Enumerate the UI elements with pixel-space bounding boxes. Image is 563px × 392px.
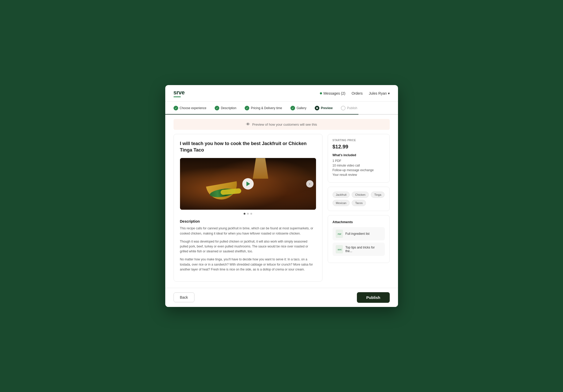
step-choose-experience[interactable]: ✓ Choose experience — [174, 106, 215, 110]
tag-tinga: Tinga — [371, 192, 385, 198]
description-para-1: This recipe calls for canned young jackf… — [180, 226, 316, 236]
included-item-1: 1 PDF — [333, 159, 385, 163]
taco-photo: › — [180, 158, 316, 210]
step-preview[interactable]: Preview — [315, 106, 341, 110]
step-publish[interactable]: Publish — [341, 106, 365, 110]
logo: srve — [174, 89, 185, 97]
steps-bar: ✓ Choose experience ✓ Description ✓ Pric… — [165, 102, 398, 115]
footer: Back Publish — [165, 288, 398, 307]
attachment-name-1: Full ingredient list — [346, 232, 370, 236]
image-dot-1[interactable] — [244, 213, 245, 215]
publish-button[interactable]: Publish — [357, 292, 389, 303]
price-row: $12.99 — [333, 144, 385, 150]
pdf-icon-2: DOC — [336, 245, 343, 253]
attachments-title: Attachments — [333, 220, 385, 224]
chevron-down-icon: ▾ — [388, 91, 390, 95]
svg-text:PDF: PDF — [338, 233, 342, 235]
price-amount: $12.99 — [333, 144, 348, 150]
preview-banner: 👁 Preview of how your customers will see… — [174, 119, 390, 130]
step-empty-icon — [341, 106, 346, 110]
description-para-2: Though it was developed for pulled chick… — [180, 239, 316, 254]
description-label: Description — [180, 219, 316, 223]
messages-link[interactable]: Messages (2) — [320, 91, 346, 95]
pdf-icon-1: PDF — [336, 230, 343, 238]
tag-mexican: Mexican — [333, 200, 350, 206]
image-dots — [180, 213, 316, 215]
starting-price-label: STARTING PRICE — [333, 139, 385, 142]
step-gallery[interactable]: ✓ Gallery — [290, 106, 315, 110]
tag-jackfruit: Jackfruit — [333, 192, 350, 198]
included-item-2: 10 minute video call — [333, 164, 385, 167]
step-check-icon: ✓ — [245, 106, 249, 110]
tags-card: Jackfruit Chicken Tinga Mexican Tacos — [328, 187, 390, 211]
step-check-icon: ✓ — [215, 106, 219, 110]
left-panel: I will teach you how to cook the best Ja… — [174, 134, 322, 282]
play-icon — [246, 182, 250, 186]
listing-image: › — [180, 158, 316, 210]
next-image-arrow[interactable]: › — [306, 180, 313, 187]
listing-title: I will teach you how to cook the best Ja… — [180, 140, 316, 153]
image-dot-3[interactable] — [250, 213, 252, 215]
header: srve Messages (2) Orders Jules Ryan ▾ — [165, 85, 398, 102]
main-content: I will teach you how to cook the best Ja… — [165, 134, 398, 288]
user-menu[interactable]: Jules Ryan ▾ — [369, 91, 389, 95]
attachment-2[interactable]: DOC Top tips and tricks for the... — [333, 243, 385, 256]
step-description[interactable]: ✓ Description — [215, 106, 245, 110]
included-item-4: Your result review — [333, 173, 385, 177]
whats-included-label: What's included — [333, 153, 385, 157]
description-para-3: No matter how you make tinga, you'll hav… — [180, 257, 316, 272]
play-button[interactable] — [242, 178, 254, 190]
tag-tacos: Tacos — [352, 200, 366, 206]
attachments-card: Attachments PDF Full ingredient list — [328, 215, 390, 263]
svg-text:DOC: DOC — [338, 249, 342, 251]
messages-dot — [320, 92, 322, 94]
attachment-1[interactable]: PDF Full ingredient list — [333, 227, 385, 240]
included-item-3: Follow-up message exchange — [333, 168, 385, 172]
pricing-card: STARTING PRICE $12.99 What's included 1 … — [328, 134, 390, 183]
step-active-icon — [315, 106, 319, 110]
right-panel: STARTING PRICE $12.99 What's included 1 … — [328, 134, 390, 282]
nav-links: Messages (2) Orders Jules Ryan ▾ — [320, 91, 390, 95]
eye-icon: 👁 — [246, 122, 250, 127]
step-pricing-delivery[interactable]: ✓ Pricing & Delivery time — [245, 106, 290, 110]
image-dot-2[interactable] — [247, 213, 249, 215]
back-button[interactable]: Back — [174, 292, 194, 302]
orders-link[interactable]: Orders — [351, 91, 363, 95]
step-check-icon: ✓ — [174, 106, 178, 110]
attachment-name-2: Top tips and tricks for the... — [346, 246, 382, 253]
tag-chicken: Chicken — [352, 192, 369, 198]
step-check-icon: ✓ — [290, 106, 295, 110]
tags-container: Jackfruit Chicken Tinga Mexican Tacos — [333, 192, 385, 206]
